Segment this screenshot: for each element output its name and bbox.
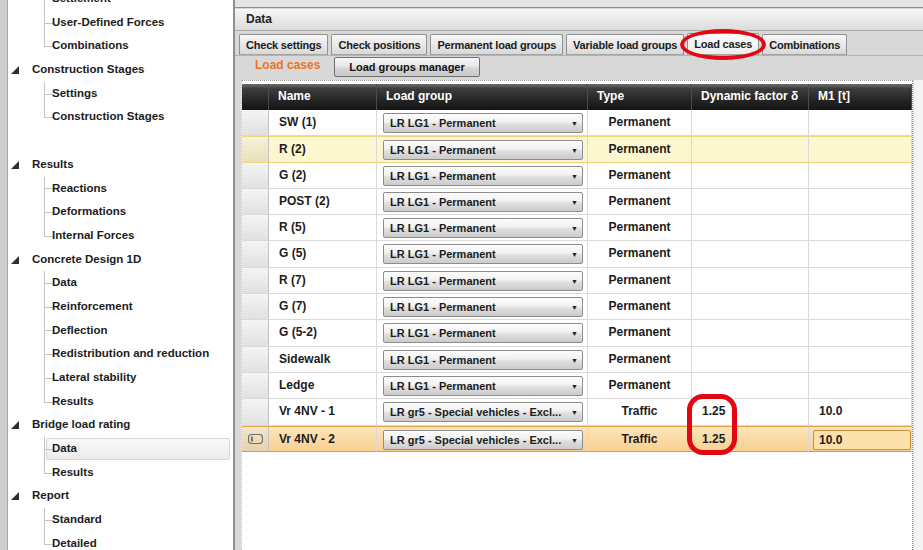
m1-cell[interactable]: 10.0 bbox=[809, 426, 912, 452]
m1-cell[interactable]: 10.0 bbox=[809, 399, 912, 425]
m1-cell[interactable] bbox=[809, 268, 912, 294]
table-row-r-5[interactable]: R (5)LR LG1 - Permanent▼Permanent bbox=[242, 215, 912, 241]
m1-edit-field[interactable]: 10.0 bbox=[813, 430, 911, 450]
name-cell[interactable]: POST (2) bbox=[269, 189, 377, 215]
sidebar-item-deformations[interactable]: Deformations bbox=[8, 200, 233, 224]
m1-cell[interactable] bbox=[809, 320, 912, 346]
table-row-ledge[interactable]: LedgeLR LG1 - Permanent▼Permanent bbox=[242, 373, 912, 399]
dynamic-factor-cell[interactable] bbox=[692, 373, 809, 399]
row-selector-cell[interactable] bbox=[242, 347, 269, 373]
table-row-g-5-2[interactable]: G (5-2)LR LG1 - Permanent▼Permanent bbox=[242, 320, 912, 346]
dynamic-factor-cell[interactable] bbox=[692, 110, 809, 136]
row-selector-cell[interactable] bbox=[242, 320, 269, 346]
sidebar-item-internal-forces[interactable]: Internal Forces bbox=[8, 224, 233, 248]
dynamic-factor-cell[interactable] bbox=[692, 189, 809, 215]
tab-combinations[interactable]: Combinations bbox=[762, 34, 847, 55]
load-group-dropdown[interactable]: LR LG1 - Permanent▼ bbox=[383, 350, 583, 370]
sidebar-item-settlement[interactable]: Settlement bbox=[8, 0, 233, 11]
load-group-dropdown[interactable]: LR LG1 - Permanent▼ bbox=[383, 218, 583, 238]
tab-check-positions[interactable]: Check positions bbox=[331, 34, 427, 55]
sidebar-item-data[interactable]: Data bbox=[8, 271, 233, 295]
load-group-dropdown[interactable]: LR LG1 - Permanent▼ bbox=[383, 192, 583, 212]
column-header-name[interactable]: Name bbox=[269, 84, 377, 110]
name-cell[interactable]: G (2) bbox=[269, 163, 377, 189]
dynamic-factor-cell[interactable] bbox=[692, 215, 809, 241]
dynamic-factor-cell[interactable] bbox=[692, 136, 809, 162]
dynamic-factor-cell[interactable] bbox=[692, 268, 809, 294]
load-groups-manager-button[interactable]: Load groups manager bbox=[334, 57, 480, 77]
expand-icon[interactable] bbox=[11, 421, 19, 429]
table-row-sw-1[interactable]: SW (1)LR LG1 - Permanent▼Permanent bbox=[242, 110, 912, 136]
name-cell[interactable]: Sidewalk bbox=[269, 347, 377, 373]
sidebar-item-construction-stages[interactable]: Construction Stages bbox=[8, 58, 233, 82]
m1-cell[interactable] bbox=[809, 373, 912, 399]
row-selector-cell[interactable] bbox=[242, 189, 269, 215]
row-selector-cell[interactable] bbox=[242, 373, 269, 399]
sidebar-item-deflection[interactable]: Deflection bbox=[8, 319, 233, 343]
row-selector-cell[interactable] bbox=[242, 426, 269, 452]
table-row-r-7[interactable]: R (7)LR LG1 - Permanent▼Permanent bbox=[242, 268, 912, 294]
expand-icon[interactable] bbox=[11, 161, 19, 169]
dynamic-factor-cell[interactable]: 1.25 bbox=[692, 426, 809, 452]
load-group-dropdown[interactable]: LR LG1 - Permanent▼ bbox=[383, 323, 583, 343]
row-selector-cell[interactable] bbox=[242, 136, 269, 162]
expand-icon[interactable] bbox=[11, 492, 19, 500]
sidebar-item-reactions[interactable]: Reactions bbox=[8, 177, 233, 201]
sidebar-item-bridge-load-rating[interactable]: Bridge load rating bbox=[8, 413, 233, 437]
load-group-dropdown[interactable]: LR LG1 - Permanent▼ bbox=[383, 297, 583, 317]
m1-cell[interactable] bbox=[809, 110, 912, 136]
tab-load-cases[interactable]: Load cases bbox=[687, 33, 759, 55]
table-row-vr-4nv-1[interactable]: Vr 4NV - 1LR gr5 - Special vehicles - Ex… bbox=[242, 399, 912, 425]
dynamic-factor-cell[interactable] bbox=[692, 241, 809, 267]
expand-icon[interactable] bbox=[11, 66, 19, 74]
sidebar-item-report[interactable]: Report bbox=[8, 484, 233, 508]
dynamic-factor-cell[interactable] bbox=[692, 347, 809, 373]
table-row-sidewalk[interactable]: SidewalkLR LG1 - Permanent▼Permanent bbox=[242, 347, 912, 373]
name-cell[interactable]: Vr 4NV - 2 bbox=[269, 426, 377, 452]
sidebar-item-reinforcement[interactable]: Reinforcement bbox=[8, 295, 233, 319]
column-header-m1-t[interactable]: M1 [t] bbox=[809, 84, 912, 110]
name-cell[interactable]: G (5-2) bbox=[269, 320, 377, 346]
dynamic-factor-cell[interactable]: 1.25 bbox=[692, 399, 809, 425]
name-cell[interactable]: R (2) bbox=[269, 136, 377, 162]
m1-cell[interactable] bbox=[809, 136, 912, 162]
name-cell[interactable]: Vr 4NV - 1 bbox=[269, 399, 377, 425]
load-group-dropdown[interactable]: LR LG1 - Permanent▼ bbox=[383, 113, 583, 133]
name-cell[interactable]: G (7) bbox=[269, 294, 377, 320]
m1-cell[interactable] bbox=[809, 294, 912, 320]
m1-cell[interactable] bbox=[809, 189, 912, 215]
table-row-r-2[interactable]: R (2)LR LG1 - Permanent▼Permanent bbox=[242, 136, 912, 162]
sidebar-item-detailed[interactable]: Detailed bbox=[8, 532, 233, 550]
sidebar-item-results[interactable]: Results bbox=[8, 153, 233, 177]
sidebar-item-results[interactable]: Results bbox=[8, 461, 233, 485]
load-group-dropdown[interactable]: LR gr5 - Special vehicles - Excl...▼ bbox=[383, 402, 583, 422]
name-cell[interactable]: Ledge bbox=[269, 373, 377, 399]
column-header-dynamic-factor[interactable]: Dynamic factor δ bbox=[692, 84, 809, 110]
sidebar-item-user-defined-forces[interactable]: User-Defined Forces bbox=[8, 11, 233, 35]
table-row-post-2[interactable]: POST (2)LR LG1 - Permanent▼Permanent bbox=[242, 189, 912, 215]
row-selector-cell[interactable] bbox=[242, 215, 269, 241]
m1-cell[interactable] bbox=[809, 163, 912, 189]
load-group-dropdown[interactable]: LR gr5 - Special vehicles - Excl...▼ bbox=[383, 430, 583, 450]
m1-cell[interactable] bbox=[809, 215, 912, 241]
dynamic-factor-cell[interactable] bbox=[692, 320, 809, 346]
load-group-dropdown[interactable]: LR LG1 - Permanent▼ bbox=[383, 376, 583, 396]
sidebar-item-settings[interactable]: Settings bbox=[8, 82, 233, 106]
load-group-dropdown[interactable]: LR LG1 - Permanent▼ bbox=[383, 271, 583, 291]
table-row-vr-4nv-2[interactable]: Vr 4NV - 2LR gr5 - Special vehicles - Ex… bbox=[242, 426, 912, 452]
row-selector-cell[interactable] bbox=[242, 110, 269, 136]
tab-variable-load-groups[interactable]: Variable load groups bbox=[566, 34, 684, 55]
table-row-g-5[interactable]: G (5)LR LG1 - Permanent▼Permanent bbox=[242, 241, 912, 267]
sidebar-item-lateral-stability[interactable]: Lateral stability bbox=[8, 366, 233, 390]
expand-icon[interactable] bbox=[11, 256, 19, 264]
dynamic-factor-cell[interactable] bbox=[692, 163, 809, 189]
row-selector-cell[interactable] bbox=[242, 241, 269, 267]
sidebar-scrollbar[interactable] bbox=[0, 0, 8, 550]
table-row-g-2[interactable]: G (2)LR LG1 - Permanent▼Permanent bbox=[242, 163, 912, 189]
table-row-g-7[interactable]: G (7)LR LG1 - Permanent▼Permanent bbox=[242, 294, 912, 320]
load-group-dropdown[interactable]: LR LG1 - Permanent▼ bbox=[383, 166, 583, 186]
row-selector-cell[interactable] bbox=[242, 294, 269, 320]
name-cell[interactable]: R (7) bbox=[269, 268, 377, 294]
m1-cell[interactable] bbox=[809, 241, 912, 267]
tab-permanent-load-groups[interactable]: Permanent load groups bbox=[430, 34, 563, 55]
